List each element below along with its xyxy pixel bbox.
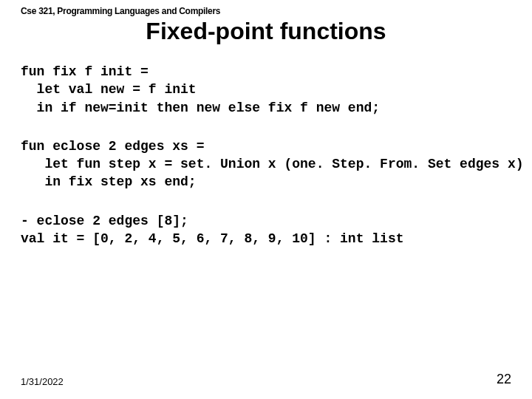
code-block-fix: fun fix f init = let val new = f init in… xyxy=(21,63,511,117)
code-block-repl: - eclose 2 edges [8]; val it = [0, 2, 4,… xyxy=(21,212,511,248)
footer-page-number: 22 xyxy=(497,372,511,387)
footer-date: 1/31/2022 xyxy=(21,376,64,387)
slide: Cse 321, Programming Languages and Compi… xyxy=(0,0,532,399)
code-block-eclose: fun eclose 2 edges xs = let fun step x =… xyxy=(21,137,511,191)
course-header: Cse 321, Programming Languages and Compi… xyxy=(21,6,511,16)
slide-title: Fixed-point functions xyxy=(21,18,511,45)
slide-footer: 1/31/2022 22 xyxy=(21,372,511,390)
slide-content: fun fix f init = let val new = f init in… xyxy=(21,63,511,372)
